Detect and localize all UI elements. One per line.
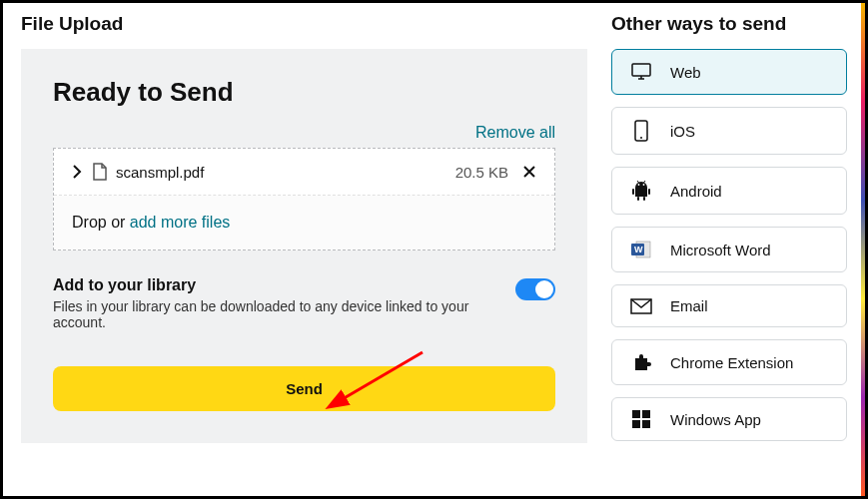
svg-rect-6 (637, 197, 639, 201)
svg-rect-3 (635, 188, 647, 197)
svg-line-10 (637, 181, 639, 183)
file-row: scansmpl.pdf 20.5 KB (54, 149, 554, 196)
dropzone[interactable]: scansmpl.pdf 20.5 KB Drop or add more fi… (53, 148, 555, 250)
drop-more-area[interactable]: Drop or add more files (54, 196, 554, 250)
remove-all-link[interactable]: Remove all (475, 124, 555, 141)
option-label: Chrome Extension (670, 354, 793, 371)
word-icon: W (628, 240, 654, 259)
option-label: Web (670, 64, 701, 81)
puzzle-icon (628, 352, 654, 372)
monitor-icon (628, 62, 654, 82)
option-windows-app[interactable]: Windows App (611, 397, 847, 441)
option-label: Windows App (670, 411, 761, 428)
option-label: iOS (670, 123, 695, 140)
file-pdf-icon (92, 163, 108, 181)
svg-rect-18 (632, 420, 640, 428)
remove-file-icon[interactable] (522, 165, 536, 179)
svg-rect-16 (632, 410, 640, 418)
option-android[interactable]: Android (611, 167, 847, 215)
file-name: scansmpl.pdf (116, 164, 455, 181)
file-size: 20.5 KB (455, 164, 508, 181)
svg-rect-17 (642, 410, 650, 418)
svg-rect-0 (632, 64, 650, 76)
option-chrome-extension[interactable]: Chrome Extension (611, 339, 847, 385)
option-label: Email (670, 297, 708, 314)
option-email[interactable]: Email (611, 284, 847, 327)
svg-rect-4 (632, 189, 634, 195)
svg-rect-7 (643, 197, 645, 201)
other-ways-heading: Other ways to send (611, 13, 847, 35)
option-label: Android (670, 183, 722, 200)
option-word[interactable]: W Microsoft Word (611, 227, 847, 272)
edge-decoration (861, 3, 865, 496)
svg-point-2 (640, 137, 642, 139)
email-icon (628, 298, 654, 314)
chevron-right-icon[interactable] (72, 165, 82, 179)
svg-point-9 (643, 184, 645, 186)
svg-point-8 (638, 184, 640, 186)
library-desc: Files in your library can be downloaded … (53, 298, 515, 330)
svg-rect-19 (642, 420, 650, 428)
option-web[interactable]: Web (611, 49, 847, 95)
windows-icon (628, 410, 654, 428)
android-icon (628, 180, 654, 202)
svg-text:W: W (634, 245, 643, 254)
svg-rect-5 (648, 189, 650, 195)
send-button[interactable]: Send (53, 366, 555, 411)
option-ios[interactable]: iOS (611, 107, 847, 155)
upload-panel: Ready to Send Remove all scansmpl.pdf 20… (21, 49, 587, 443)
svg-line-11 (644, 181, 646, 183)
drop-prefix: Drop or (72, 214, 130, 231)
add-more-files-link[interactable]: add more files (130, 214, 231, 231)
phone-icon (628, 120, 654, 142)
file-upload-heading: File Upload (21, 13, 587, 35)
panel-title: Ready to Send (53, 77, 555, 108)
library-title: Add to your library (53, 276, 515, 294)
library-toggle[interactable] (515, 278, 555, 300)
option-label: Microsoft Word (670, 242, 771, 258)
